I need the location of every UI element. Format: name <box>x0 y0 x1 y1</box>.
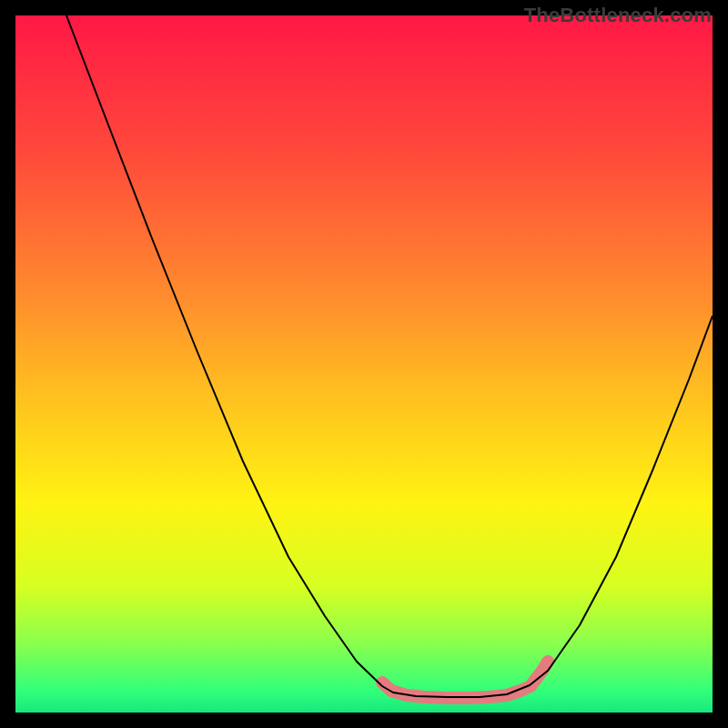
bottleneck-curve <box>66 15 713 697</box>
chart-stage: TheBottleneck.com <box>0 0 728 728</box>
plot-area <box>15 15 713 713</box>
highlight-band <box>382 662 548 698</box>
watermark-text: TheBottleneck.com <box>524 4 712 27</box>
curve-layer <box>15 15 713 713</box>
